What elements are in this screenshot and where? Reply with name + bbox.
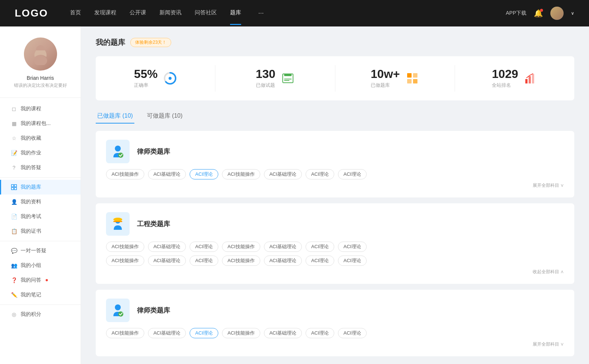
stat-accuracy-value: 55% [134,68,158,80]
bank-card-1: 工程类题库 ACI技能操作 ACI基础理论 ACI理论 ACI技能操作 ACI基… [96,203,574,284]
tag-0-1[interactable]: ACI基础理论 [148,169,186,179]
bank-card-1-title: 工程类题库 [137,220,170,228]
tag-1-0[interactable]: ACI技能操作 [106,242,144,252]
tag-0-3[interactable]: ACI技能操作 [222,169,260,179]
tag-1-r2-0[interactable]: ACI技能操作 [106,256,144,266]
tab-available-banks[interactable]: 可做题库 (10) [145,109,184,124]
tag-1-r2-1[interactable]: ACI基础理论 [148,256,186,266]
questions-icon: ❓ [11,277,17,283]
bank-card-1-icon [106,212,130,236]
tag-2-5[interactable]: ACI理论 [306,328,334,338]
sidebar-item-certificates[interactable]: 📋 我的证书 [0,224,81,239]
answers-icon: ? [11,165,17,171]
svg-rect-10 [284,74,292,76]
sidebar-item-notes[interactable]: ✏️ 我的笔记 [0,288,81,302]
nav-discover[interactable]: 发现课程 [94,9,116,18]
logo[interactable]: LOGO [15,7,48,19]
tag-2-0[interactable]: ACI技能操作 [106,328,144,338]
nav-bank[interactable]: 题库 [230,9,241,18]
sidebar-item-questions[interactable]: ❓ 我的问答 [0,273,81,288]
tag-0-0[interactable]: ACI技能操作 [106,169,144,179]
bank-icon [11,184,17,190]
notification-bell[interactable]: 🔔 [534,9,543,18]
tag-1-r2-3[interactable]: ACI技能操作 [222,256,260,266]
tag-1-r2-5[interactable]: ACI理论 [306,256,334,266]
bank-card-1-collapse[interactable]: 收起全部科目 ∧ [106,269,564,275]
bank-card-2-expand[interactable]: 展开全部科目 ∨ [106,341,564,347]
tag-0-6[interactable]: ACI理论 [338,169,367,179]
groups-icon: 👥 [11,263,17,268]
tag-0-4[interactable]: ACI基础理论 [264,169,302,179]
avatar-image [24,38,57,71]
tag-2-6[interactable]: ACI理论 [338,328,367,338]
svg-rect-13 [407,73,412,78]
bank-card-2: 律师类题库 ACI技能操作 ACI基础理论 ACI理论 ACI技能操作 ACI基… [96,290,574,356]
tag-1-6[interactable]: ACI理论 [338,242,367,252]
stat-done-questions: 130 已做试题 [215,65,335,92]
tag-2-3[interactable]: ACI技能操作 [222,328,260,338]
profile-avatar[interactable] [24,38,57,71]
tag-1-r2-2[interactable]: ACI理论 [190,256,218,266]
stat-done-questions-value: 130 [256,68,275,80]
nav-opencourse[interactable]: 公开课 [130,9,146,18]
account-chevron-icon[interactable]: ∨ [571,11,574,16]
tag-1-r2-6[interactable]: ACI理论 [338,256,367,266]
sidebar-item-profile[interactable]: 👤 我的资料 [0,195,81,209]
tag-2-4[interactable]: ACI基础理论 [264,328,302,338]
tag-1-1[interactable]: ACI基础理论 [148,242,186,252]
sidebar-item-course-packages[interactable]: ▦ 我的课程包... [0,116,81,131]
svg-rect-3 [14,185,17,187]
profile-motto: 错误的决定比没有决定要好 [14,82,67,89]
tag-1-4[interactable]: ACI基础理论 [264,242,302,252]
tag-1-r2-4[interactable]: ACI基础理论 [264,256,302,266]
profile-icon: 👤 [11,199,17,205]
notification-dot [540,9,543,12]
questions-notification-dot [46,279,48,281]
bank-card-1-tags-row1: ACI技能操作 ACI基础理论 ACI理论 ACI技能操作 ACI基础理论 AC… [106,242,564,252]
sidebar-item-answers[interactable]: ? 我的答疑 [0,160,81,175]
svg-rect-4 [11,188,14,190]
bank-card-2-tags: ACI技能操作 ACI基础理论 ACI理论 ACI技能操作 ACI基础理论 AC… [106,328,564,338]
sidebar-item-homework[interactable]: 📝 我的作业 [0,146,81,160]
tag-2-1[interactable]: ACI基础理论 [148,328,186,338]
svg-rect-2 [11,185,14,187]
stat-done-banks-value: 10w+ [371,68,400,80]
avatar[interactable] [550,7,564,20]
sidebar-item-favorites[interactable]: ☆ 我的收藏 [0,131,81,146]
bank-card-0: 律师类题库 ACI技能操作 ACI基础理论 ACI理论 ACI技能操作 ACI基… [96,131,574,197]
sidebar-item-courses[interactable]: ◻ 我的课程 [0,101,81,116]
sidebar-item-exams[interactable]: 📄 我的考试 [0,209,81,224]
sidebar-item-one-on-one[interactable]: 💬 一对一答疑 [0,243,81,258]
stat-accuracy: 55% 正确率 [96,65,215,92]
bank-card-0-icon [106,140,130,163]
app-download-button[interactable]: APP下载 [506,10,526,17]
stat-done-questions-icon [281,72,294,85]
bank-card-0-expand[interactable]: 展开全部科目 ∨ [106,182,564,189]
tab-done-banks[interactable]: 已做题库 (10) [96,109,134,124]
tag-0-5[interactable]: ACI理论 [306,169,334,179]
tag-1-3[interactable]: ACI技能操作 [222,242,260,252]
nav-qa[interactable]: 问答社区 [195,9,217,18]
tag-0-2[interactable]: ACI理论 [190,169,218,179]
tag-1-2[interactable]: ACI理论 [190,242,218,252]
tag-1-5[interactable]: ACI理论 [306,242,334,252]
bank-card-2-title: 律师类题库 [137,306,170,315]
svg-point-20 [115,146,121,151]
nav-more[interactable]: ··· [258,9,264,18]
bank-card-2-header: 律师类题库 [106,299,564,322]
navbar: LOGO 首页 发现课程 公开课 新闻资讯 问答社区 题库 ··· APP下载 … [0,0,589,26]
nav-news[interactable]: 新闻资讯 [159,9,181,18]
notes-icon: ✏️ [11,292,17,298]
sidebar-item-groups[interactable]: 👥 我的小组 [0,258,81,273]
sidebar-item-bank[interactable]: 我的题库 [0,180,81,195]
svg-rect-19 [532,74,534,83]
svg-point-1 [34,56,47,65]
nav-home[interactable]: 首页 [70,9,81,18]
profile-section: Brian Harris 错误的决定比没有决定要好 [0,38,81,98]
page-layout: Brian Harris 错误的决定比没有决定要好 ◻ 我的课程 ▦ 我的课程包… [0,26,589,364]
tag-2-2[interactable]: ACI理论 [190,328,218,338]
page-title: 我的题库 [96,38,125,47]
svg-point-8 [169,77,172,80]
sidebar-item-points[interactable]: ◎ 我的积分 [0,307,81,322]
nav-right: APP下载 🔔 ∨ [506,7,574,20]
